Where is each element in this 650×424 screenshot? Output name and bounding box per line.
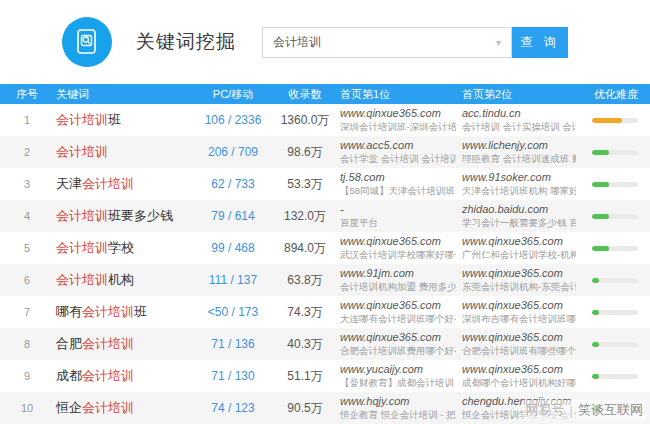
difficulty-bar-track bbox=[592, 342, 638, 347]
pos2-description: 成都哪个会计培训机构好哪个好-... bbox=[462, 377, 576, 389]
page-header: 关键词挖掘 会计培训 ▾ 查 询 bbox=[0, 0, 650, 84]
keyword-link[interactable]: 会计培训学校 bbox=[46, 239, 196, 257]
difficulty-cell bbox=[582, 278, 642, 283]
pos2-description: 合肥会计培训班有哪些哪个好-地... bbox=[462, 345, 576, 357]
query-button[interactable]: 查 询 bbox=[512, 27, 568, 58]
keyword-link[interactable]: 恒企会计培训 bbox=[46, 399, 196, 417]
pc-mobile-count-link[interactable]: <50 / 173 bbox=[196, 305, 270, 319]
difficulty-cell bbox=[582, 150, 642, 155]
pos2-domain: www.qinxue365.com bbox=[462, 235, 582, 249]
indexed-count: 63.8万 bbox=[270, 272, 340, 289]
row-seq: 2 bbox=[8, 146, 46, 158]
pc-mobile-count-link[interactable]: 62 / 733 bbox=[196, 177, 270, 191]
pc-mobile-count-link[interactable]: 99 / 468 bbox=[196, 241, 270, 255]
table-row: 5 会计培训学校 99 / 468 894.0万 www.qinxue365.c… bbox=[0, 232, 650, 264]
col-header-indexed: 收录数 bbox=[270, 87, 340, 102]
col-header-keyword: 关键词 bbox=[46, 87, 196, 102]
keyword-highlight: 会计培训 bbox=[56, 272, 108, 287]
keyword-highlight: 会计培训 bbox=[82, 400, 134, 415]
pos1-description: 大连哪有会计培训班哪个好-地址-... bbox=[340, 313, 456, 325]
pos2-description: 会计培训 会计实操培训 会计培训... bbox=[462, 121, 576, 133]
keyword-link[interactable]: 天津会计培训 bbox=[46, 175, 196, 193]
difficulty-bar-fill bbox=[592, 150, 609, 155]
col-header-pos2: 首页第2位 bbox=[462, 87, 582, 102]
pos2-cell: www.qinxue365.com 广州仁和会计培训学校-机构首页 ... bbox=[462, 235, 582, 261]
keyword-link[interactable]: 合肥会计培训 bbox=[46, 335, 196, 353]
pc-mobile-count-link[interactable]: 71 / 130 bbox=[196, 369, 270, 383]
pc-mobile-count-link[interactable]: 106 / 2336 bbox=[196, 113, 270, 127]
table-row: 8 合肥会计培训 71 / 136 40.3万 www.qinxue365.co… bbox=[0, 328, 650, 360]
pos1-domain: www.yucaijy.com bbox=[340, 363, 462, 377]
pos2-description: 东莞会计培训机构-东莞会计培训... bbox=[462, 281, 576, 293]
pos1-description: 【誉财教育】成都会计培训 成都... bbox=[340, 377, 456, 389]
pos1-cell: www.yucaijy.com 【誉财教育】成都会计培训 成都... bbox=[340, 363, 462, 389]
keyword-link[interactable]: 成都会计培训 bbox=[46, 367, 196, 385]
difficulty-bar-fill bbox=[592, 246, 609, 251]
keyword-link[interactable]: 会计培训机构 bbox=[46, 271, 196, 289]
difficulty-bar-fill bbox=[592, 374, 599, 379]
indexed-count: 90.5万 bbox=[270, 400, 340, 417]
pos1-domain: www.qinxue365.com bbox=[340, 331, 462, 345]
pos2-cell: www.qinxue365.com 成都哪个会计培训机构好哪个好-... bbox=[462, 363, 582, 389]
pos1-description: 会计学堂 会计培训 会计培训班 ... bbox=[340, 153, 456, 165]
keyword-highlight: 会计培训 bbox=[82, 336, 134, 351]
pos1-domain: www.qinxue365.com bbox=[340, 235, 462, 249]
chevron-down-icon: ▾ bbox=[496, 37, 501, 48]
difficulty-bar-track bbox=[592, 118, 638, 123]
indexed-count: 132.0万 bbox=[270, 208, 340, 225]
pos2-domain: www.qinxue365.com bbox=[462, 331, 582, 345]
pos1-description: 合肥会计培训班费用哪个好-地址-... bbox=[340, 345, 456, 357]
table-row: 2 会计培训 206 / 709 98.6万 www.acc5.com 会计学堂… bbox=[0, 136, 650, 168]
pos2-description: 深圳布吉哪有会计培训班哪个好-... bbox=[462, 313, 576, 325]
watermark-account: 笑谈互联网 bbox=[578, 401, 643, 419]
pos1-cell: www.91jm.com 会计培训机构加盟 费用多少 条件-... bbox=[340, 267, 462, 293]
pos1-description: 百度平台 bbox=[340, 217, 456, 229]
indexed-count: 894.0万 bbox=[270, 240, 340, 257]
table-body: 1 会计培训班 106 / 2336 1360.0万 www.qinxue365… bbox=[0, 104, 650, 424]
pc-mobile-count-link[interactable]: 74 / 123 bbox=[196, 401, 270, 415]
pc-mobile-count-link[interactable]: 111 / 137 bbox=[196, 273, 270, 287]
indexed-count: 53.3万 bbox=[270, 176, 340, 193]
pos1-domain: www.qinxue365.com bbox=[340, 107, 462, 121]
pc-mobile-count-link[interactable]: 79 / 614 bbox=[196, 209, 270, 223]
table-row: 1 会计培训班 106 / 2336 1360.0万 www.qinxue365… bbox=[0, 104, 650, 136]
difficulty-bar-fill bbox=[592, 342, 599, 347]
keyword-highlight: 会计培训 bbox=[82, 304, 134, 319]
pos1-cell: www.qinxue365.com 深圳会计培训班-深圳会计培训-勤... bbox=[340, 107, 462, 133]
keyword-link[interactable]: 会计培训 bbox=[46, 143, 196, 161]
row-seq: 8 bbox=[8, 338, 46, 350]
pos2-cell: www.qinxue365.com 东莞会计培训机构-东莞会计培训... bbox=[462, 267, 582, 293]
keyword-suffix: 班要多少钱 bbox=[108, 208, 173, 223]
keyword-select[interactable]: 会计培训 ▾ bbox=[262, 27, 512, 58]
pos1-description: 【58同城】天津会计培训班 天津... bbox=[340, 185, 456, 197]
pos2-domain: www.qinxue365.com bbox=[462, 363, 582, 377]
difficulty-cell bbox=[582, 118, 642, 123]
pos1-description: 恒企教育 恒企会计培训 - 把经验... bbox=[340, 409, 456, 421]
pos2-domain: zhidao.baidu.com bbox=[462, 203, 582, 217]
pc-mobile-count-link[interactable]: 206 / 709 bbox=[196, 145, 270, 159]
difficulty-cell bbox=[582, 374, 642, 379]
pos2-cell: www.91soker.com 天津会计培训班机构 哪家好 电话... bbox=[462, 171, 582, 197]
keyword-suffix: 机构 bbox=[108, 272, 134, 287]
pos2-domain: www.qinxue365.com bbox=[462, 299, 582, 313]
difficulty-bar-fill bbox=[592, 310, 599, 315]
keyword-link[interactable]: 会计培训班 bbox=[46, 111, 196, 129]
indexed-count: 40.3万 bbox=[270, 336, 340, 353]
keyword-select-value: 会计培训 bbox=[273, 34, 321, 51]
difficulty-bar-track bbox=[592, 246, 638, 251]
difficulty-bar-fill bbox=[592, 214, 609, 219]
pos2-description: 广州仁和会计培训学校-机构首页 ... bbox=[462, 249, 576, 261]
keyword-link[interactable]: 会计培训班要多少钱 bbox=[46, 207, 196, 225]
keyword-highlight: 会计培训 bbox=[56, 144, 108, 159]
keyword-link[interactable]: 哪有会计培训班 bbox=[46, 303, 196, 321]
pc-mobile-count-link[interactable]: 71 / 136 bbox=[196, 337, 270, 351]
watermark-platform: 网易号 bbox=[526, 401, 565, 419]
pos2-cell: acc.tindu.cn 会计培训 会计实操培训 会计培训... bbox=[462, 107, 582, 133]
keyword-highlight: 会计培训 bbox=[56, 240, 108, 255]
row-seq: 4 bbox=[8, 210, 46, 222]
pos2-cell: zhidao.baidu.com 学习会计一般需要多少钱 百度知道 bbox=[462, 203, 582, 229]
watermark-separator: | bbox=[570, 403, 573, 418]
col-header-difficulty: 优化难度 bbox=[582, 87, 642, 102]
difficulty-bar-fill bbox=[592, 278, 599, 283]
table-row: 7 哪有会计培训班 <50 / 173 74.3万 www.qinxue365.… bbox=[0, 296, 650, 328]
